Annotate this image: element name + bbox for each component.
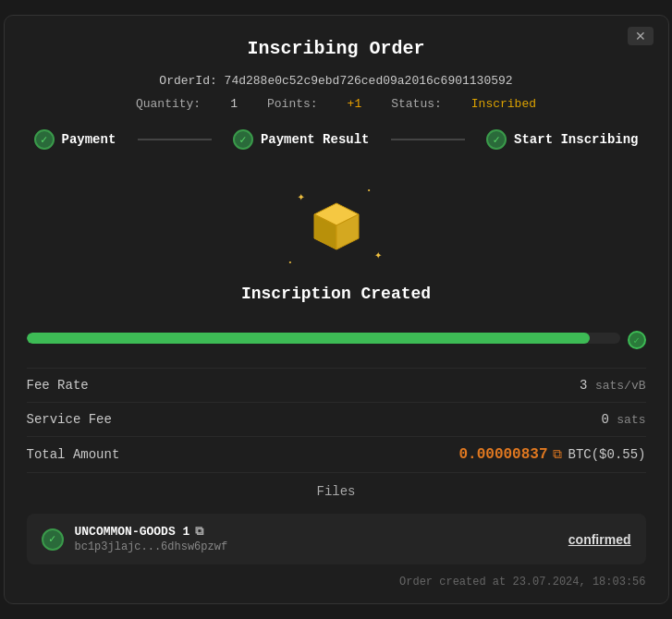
step-payment: ✓ Payment: [34, 129, 116, 150]
service-fee-label: Service Fee: [27, 412, 112, 427]
step-payment-result-label: Payment Result: [261, 132, 370, 147]
status-label: Status:: [391, 97, 442, 111]
file-name-text: UNCOMMON-GOODS 1: [75, 525, 190, 539]
total-btc: 0.00000837: [458, 446, 547, 463]
copy-btc-icon[interactable]: ⧉: [553, 447, 562, 462]
file-address: bc1p3jlajc...6dhsw6pzwf: [75, 540, 228, 553]
step-payment-label: Payment: [62, 132, 116, 147]
modal-title: Inscribing Order: [27, 38, 646, 59]
cube-icon: [307, 198, 366, 257]
files-header: Files: [27, 472, 646, 506]
progress-row: ✓: [27, 331, 646, 349]
file-name-row: UNCOMMON-GOODS 1 ⧉: [75, 525, 228, 539]
service-fee-value: 0 sats: [601, 412, 645, 427]
quantity-label: Quantity:: [136, 97, 201, 111]
inscription-area: ✦ • • ✦ Inscription Created: [27, 172, 646, 312]
steps-row: ✓ Payment ✓ Payment Result ✓ Start Inscr…: [27, 129, 646, 150]
file-left: ✓ UNCOMMON-GOODS 1 ⧉ bc1p3jlajc...6dhsw6…: [42, 525, 228, 553]
confirmed-button[interactable]: confirmed: [568, 532, 631, 547]
file-item: ✓ UNCOMMON-GOODS 1 ⧉ bc1p3jlajc...6dhsw6…: [27, 514, 646, 564]
progress-bar: [27, 333, 591, 344]
status-value: Inscribed: [471, 97, 536, 111]
sparkle-br: ✦: [374, 247, 382, 262]
fee-rate-label: Fee Rate: [27, 378, 89, 393]
inscription-label: Inscription Created: [241, 285, 431, 303]
progress-check: ✓: [628, 331, 646, 349]
inscribing-order-modal: ✕ Inscribing Order OrderId: 74d288e0c52c…: [4, 15, 669, 604]
total-usd: BTC($0.55): [568, 447, 645, 462]
cube-container: ✦ • • ✦: [281, 181, 392, 273]
order-id-label: OrderId:: [159, 74, 216, 88]
file-check-icon: ✓: [42, 528, 64, 551]
footer-text: Order created at 23.07.2024, 18:03:56: [27, 576, 646, 589]
order-id-value: 74d288e0c52c9ebd726ced09a2016c6901130592: [225, 74, 513, 88]
close-button[interactable]: ✕: [628, 27, 654, 45]
progress-bar-container: [27, 333, 620, 344]
service-fee-row: Service Fee 0 sats: [27, 402, 646, 436]
points-value: +1: [348, 97, 362, 111]
fee-rate-value: 3 sats/vB: [580, 378, 645, 393]
step-start-inscribing-label: Start Inscribing: [514, 132, 638, 147]
total-amount-row: Total Amount 0.00000837 ⧉ BTC($0.55): [27, 436, 646, 472]
order-id-row: OrderId: 74d288e0c52c9ebd726ced09a2016c6…: [27, 74, 646, 88]
step-start-inscribing: ✓ Start Inscribing: [486, 129, 638, 150]
file-info: UNCOMMON-GOODS 1 ⧉ bc1p3jlajc...6dhsw6pz…: [75, 525, 228, 553]
step-payment-result: ✓ Payment Result: [233, 129, 370, 150]
order-meta: Quantity: 1 Points: +1 Status: Inscribed: [27, 97, 646, 111]
step-start-inscribing-check: ✓: [486, 129, 507, 150]
total-label: Total Amount: [27, 447, 120, 462]
sparkle-bl: •: [288, 258, 293, 266]
step-payment-result-check: ✓: [233, 129, 253, 150]
step-line-1: [138, 139, 212, 140]
step-line-2: [391, 139, 465, 140]
sparkle-tr: •: [367, 186, 372, 194]
total-amount-value: 0.00000837 ⧉ BTC($0.55): [458, 446, 645, 463]
sparkle-tl: ✦: [298, 188, 305, 204]
fee-rate-row: Fee Rate 3 sats/vB: [27, 368, 646, 402]
file-copy-icon[interactable]: ⧉: [195, 525, 203, 539]
points-label: Points:: [267, 97, 318, 111]
step-payment-check: ✓: [34, 129, 55, 150]
quantity-value: 1: [230, 97, 238, 111]
